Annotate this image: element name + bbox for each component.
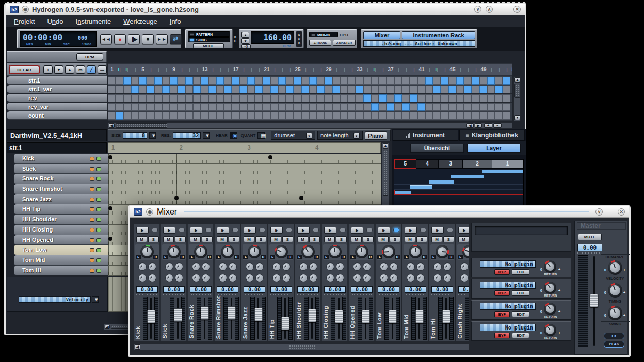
scroll-right-icon[interactable]: ▶: [475, 123, 482, 128]
song-cell[interactable]: [464, 94, 472, 102]
layer-range-bar[interactable]: [451, 175, 484, 178]
song-cell[interactable]: [495, 94, 503, 102]
song-cell[interactable]: [495, 112, 503, 120]
song-vscrollbar[interactable]: ▲ ▼: [513, 76, 521, 121]
song-cell[interactable]: [263, 103, 270, 111]
song-cell[interactable]: [123, 94, 131, 102]
song-cell[interactable]: [464, 112, 472, 120]
song-cell[interactable]: [503, 103, 510, 111]
song-cell[interactable]: [309, 94, 317, 102]
shade-icon[interactable]: ∨: [474, 6, 481, 13]
song-cell[interactable]: [394, 112, 402, 120]
song-cell[interactable]: [185, 112, 193, 120]
song-cell[interactable]: [379, 103, 387, 111]
channel-fader-handle[interactable]: [174, 308, 182, 322]
song-cell[interactable]: [495, 77, 503, 85]
song-cell[interactable]: [456, 94, 464, 102]
song-cell[interactable]: [108, 94, 116, 102]
song-cell[interactable]: [286, 103, 294, 111]
song-cell[interactable]: [239, 86, 247, 93]
song-cell[interactable]: [263, 94, 270, 102]
fx-send-knob[interactable]: [229, 262, 237, 271]
instrument-solo-button[interactable]: [96, 167, 101, 171]
song-cell[interactable]: [325, 103, 332, 111]
song-cell[interactable]: [224, 103, 232, 111]
song-cell[interactable]: [356, 94, 363, 102]
pattern-grid-row[interactable]: [108, 194, 381, 205]
fx-edit-button[interactable]: EDIT: [512, 269, 529, 275]
song-cell[interactable]: [201, 77, 208, 85]
channel-fader-handle[interactable]: [308, 309, 316, 322]
fx-send-knob[interactable]: [202, 262, 210, 271]
note-property-dropdown-icon[interactable]: ▾: [92, 296, 99, 303]
song-timeline-ruler[interactable]: 1|||5|||9|||13|||17|||21|||25|||29|||33|…: [108, 63, 512, 76]
instrument-row-stick[interactable]: Stick: [14, 164, 108, 174]
song-cell[interactable]: [340, 112, 348, 120]
song-cell[interactable]: [131, 103, 139, 111]
song-cell[interactable]: [239, 103, 247, 111]
fx-return-knob[interactable]: [544, 324, 556, 336]
song-cell[interactable]: [309, 112, 317, 120]
channel-mute-button[interactable]: M: [431, 236, 442, 242]
song-cell[interactable]: [178, 94, 185, 102]
song-cell[interactable]: [448, 103, 456, 111]
instrument-solo-button[interactable]: [96, 198, 101, 202]
song-cell[interactable]: [387, 103, 394, 111]
song-cell[interactable]: [162, 112, 170, 120]
scroll-down-icon[interactable]: ▼: [514, 115, 520, 120]
song-cell[interactable]: [178, 86, 185, 93]
song-cell[interactable]: [433, 94, 441, 102]
master-timing-knob[interactable]: [608, 283, 622, 298]
channel-solo-button[interactable]: S: [175, 236, 186, 242]
fx-send-knob[interactable]: [192, 274, 200, 282]
move-pattern-up-button[interactable]: ▲: [65, 65, 74, 74]
song-cell[interactable]: [170, 112, 178, 120]
song-cell[interactable]: [487, 103, 495, 111]
pattern-grid-row[interactable]: [108, 174, 381, 185]
song-cell[interactable]: [116, 103, 123, 111]
song-cell[interactable]: [270, 94, 278, 102]
instrument-mute-button[interactable]: [90, 238, 94, 242]
song-cell[interactable]: [147, 112, 154, 120]
fx-send-knob[interactable]: [326, 262, 334, 271]
song-cell[interactable]: [201, 112, 208, 120]
song-cell[interactable]: [232, 94, 239, 102]
song-cell[interactable]: [371, 77, 379, 85]
instrument-row-tom-hi[interactable]: Tom Hi: [14, 266, 108, 276]
song-cell[interactable]: [433, 112, 441, 120]
song-cell[interactable]: [255, 103, 263, 111]
song-cell[interactable]: [394, 103, 402, 111]
song-cell[interactable]: [278, 103, 286, 111]
instrument-solo-button[interactable]: [96, 269, 101, 273]
song-cell[interactable]: [278, 77, 286, 85]
layer-row[interactable]: [394, 169, 523, 174]
channel-pan-knob[interactable]: [194, 245, 207, 258]
select-mode-button[interactable]: ▭: [76, 65, 85, 74]
song-cell[interactable]: [162, 86, 170, 93]
delete-mode-button[interactable]: ―: [98, 65, 107, 74]
song-cell[interactable]: [317, 112, 325, 120]
fx-send-knob[interactable]: [336, 262, 344, 271]
song-cell[interactable]: [425, 103, 433, 111]
channel-solo-button[interactable]: S: [390, 236, 400, 242]
song-cell[interactable]: [340, 103, 348, 111]
song-cell[interactable]: [410, 112, 417, 120]
bpm-timeline-button[interactable]: BPM: [76, 53, 103, 60]
song-cell[interactable]: [255, 77, 263, 85]
fx-send-knob[interactable]: [363, 274, 371, 282]
song-cell[interactable]: [433, 77, 441, 85]
song-cell[interactable]: [363, 112, 371, 120]
instrument-mute-button[interactable]: [90, 207, 94, 211]
song-cell[interactable]: [131, 112, 139, 120]
fx-send-knob[interactable]: [219, 262, 227, 271]
song-cell[interactable]: [410, 86, 417, 93]
song-cell[interactable]: [170, 86, 178, 93]
instrument-solo-button[interactable]: [96, 207, 101, 211]
song-cell[interactable]: [363, 86, 371, 93]
fx-send-knob[interactable]: [433, 262, 442, 271]
song-cell[interactable]: [309, 86, 317, 93]
res-dropdown-icon[interactable]: ▾: [203, 132, 210, 139]
song-cell[interactable]: [193, 103, 201, 111]
channel-solo-button[interactable]: S: [443, 236, 454, 242]
song-cell[interactable]: [332, 112, 340, 120]
